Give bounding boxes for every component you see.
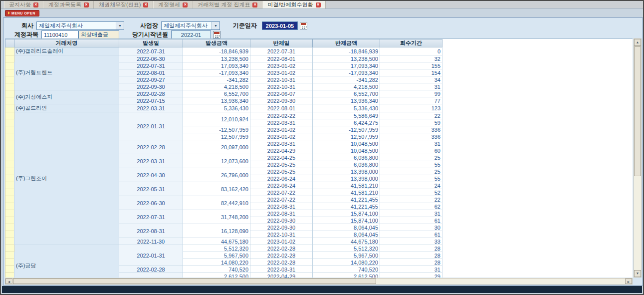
cell-collection-period[interactable]: 28 [380, 245, 442, 252]
scroll-down-icon[interactable]: ▼ [634, 270, 641, 277]
cell-settlement-date[interactable]: 2022-04-29 [250, 147, 313, 154]
cell-settlement-date[interactable]: 2023-01-02 [250, 238, 313, 245]
cell-occurrence-amount[interactable]: 740,520 [183, 266, 250, 273]
cell-settlement-date[interactable]: 2022-05-25 [250, 168, 313, 175]
cell-settlement-date[interactable]: 2022-08-31 [250, 210, 313, 217]
cell-occurrence-date[interactable]: 2022-06-30 [119, 55, 183, 62]
cell-collection-period[interactable]: 34 [380, 76, 442, 83]
row-selector[interactable] [5, 182, 14, 189]
cell-occurrence-amount[interactable]: 26,796,000 [183, 168, 250, 182]
row-selector[interactable] [5, 119, 14, 126]
cell-settlement-date[interactable]: 2022-10-31 [250, 83, 313, 90]
cell-settlement-date[interactable]: 2022-07-22 [250, 196, 313, 203]
cell-settlement-amount[interactable]: 8,064,045 [313, 231, 380, 238]
cell-customer-name[interactable]: (주)그린조이 [14, 112, 119, 245]
cell-collection-period[interactable]: 28 [380, 252, 442, 259]
tab-close-icon[interactable]: × [84, 2, 89, 7]
cell-occurrence-amount[interactable]: 4,218,500 [183, 83, 250, 90]
cell-settlement-date[interactable]: 2022-06-24 [250, 182, 313, 189]
row-selector[interactable] [5, 76, 14, 83]
cell-occurrence-date[interactable]: 2022-07-31 [119, 47, 183, 55]
row-selector[interactable] [5, 231, 14, 238]
cell-settlement-date[interactable]: 2023-01-02 [250, 62, 313, 69]
column-header[interactable]: 반제일 [250, 39, 313, 47]
chevron-down-icon[interactable]: ▼ [116, 22, 124, 29]
cell-collection-period[interactable]: 77 [380, 97, 442, 104]
row-selector[interactable] [5, 62, 14, 69]
horizontal-scrollbar[interactable]: ◄ ► [5, 278, 633, 285]
cell-collection-period[interactable]: 59 [380, 119, 442, 126]
cell-settlement-amount[interactable]: 6,424,275 [313, 119, 380, 126]
period-start-input[interactable]: 2022-01 [171, 30, 211, 39]
cell-occurrence-amount[interactable]: -17,093,340 [183, 69, 250, 76]
tab-5[interactable]: 미결/반제회수현황× [262, 1, 325, 8]
row-selector[interactable] [5, 83, 14, 90]
scroll-up-icon[interactable]: ▲ [634, 39, 641, 46]
row-selector[interactable] [5, 126, 14, 133]
vertical-scroll-thumb[interactable] [634, 46, 641, 176]
row-selector[interactable] [5, 104, 14, 112]
cell-occurrence-amount[interactable]: 82,442,910 [183, 196, 250, 210]
cell-settlement-amount[interactable]: 5,967,500 [313, 252, 380, 259]
cell-occurrence-date[interactable]: 2022-07-31 [119, 62, 183, 69]
cell-occurrence-amount[interactable]: 44,675,180 [183, 238, 250, 245]
cell-settlement-amount[interactable]: 740,520 [313, 266, 380, 273]
cell-occurrence-date[interactable]: 2022-01-31 [119, 245, 183, 266]
row-selector[interactable] [5, 210, 14, 217]
cell-collection-period[interactable]: 55 [380, 175, 442, 182]
cell-occurrence-date[interactable]: 2022-11-30 [119, 238, 183, 245]
cell-collection-period[interactable]: 31 [380, 210, 442, 217]
cell-collection-period[interactable]: 123 [380, 104, 442, 112]
cell-settlement-amount[interactable]: -341,282 [313, 76, 380, 83]
tab-close-icon[interactable]: × [183, 2, 188, 7]
cell-settlement-amount[interactable]: 6,036,800 [313, 154, 380, 161]
cell-settlement-date[interactable]: 2022-03-31 [250, 140, 313, 147]
cell-settlement-amount[interactable]: 8,064,045 [313, 224, 380, 231]
row-selector[interactable] [5, 252, 14, 259]
cell-collection-period[interactable]: 61 [380, 231, 442, 238]
cell-collection-period[interactable]: 32 [380, 55, 442, 62]
cell-occurrence-date[interactable]: 2022-01-31 [119, 112, 183, 140]
cell-collection-period[interactable]: 61 [380, 217, 442, 224]
cell-occurrence-date[interactable]: 2022-02-28 [119, 266, 183, 273]
cell-collection-period[interactable]: 62 [380, 203, 442, 210]
cell-occurrence-date[interactable]: 2022-04-30 [119, 168, 183, 182]
column-header[interactable]: 반제금액 [313, 39, 380, 47]
cell-customer-name[interactable]: (주)갤러리드솔레이 [14, 47, 119, 55]
cell-collection-period[interactable]: 22 [380, 112, 442, 119]
cell-occurrence-date[interactable]: 2022-09-30 [119, 83, 183, 90]
cell-collection-period[interactable]: 0 [380, 47, 442, 55]
row-selector[interactable] [5, 259, 14, 266]
cell-settlement-amount[interactable]: 13,238,500 [313, 55, 380, 62]
cell-collection-period[interactable]: 55 [380, 161, 442, 168]
cell-settlement-amount[interactable]: 10,048,500 [313, 140, 380, 147]
cell-collection-period[interactable]: 28 [380, 259, 442, 266]
cell-collection-period[interactable]: 30 [380, 224, 442, 231]
cell-collection-period[interactable]: 31 [380, 140, 442, 147]
cell-settlement-amount[interactable]: 17,093,340 [313, 62, 380, 69]
cell-settlement-date[interactable]: 2022-02-28 [250, 252, 313, 259]
cell-collection-period[interactable]: 154 [380, 69, 442, 76]
tab-0[interactable]: 공지사항× [4, 1, 43, 8]
cell-collection-period[interactable]: 336 [380, 133, 442, 140]
site-combobox[interactable]: 제일제지주식회사 ▼ [161, 21, 220, 30]
row-selector[interactable] [5, 147, 14, 154]
row-selector[interactable] [5, 47, 14, 55]
cell-occurrence-amount[interactable]: 13,238,500 [183, 55, 250, 62]
cell-occurrence-amount[interactable]: 5,512,320 [183, 245, 250, 252]
cell-settlement-amount[interactable]: 5,586,649 [313, 112, 380, 119]
cell-occurrence-date[interactable]: 2022-08-31 [119, 224, 183, 238]
cell-settlement-amount[interactable]: 14,080,220 [313, 259, 380, 266]
cell-settlement-amount[interactable]: 5,512,320 [313, 245, 380, 252]
cell-settlement-amount[interactable]: 41,581,210 [313, 189, 380, 196]
cell-collection-period[interactable]: 52 [380, 189, 442, 196]
tab-close-icon[interactable]: × [316, 2, 321, 7]
cell-settlement-date[interactable]: 2022-08-01 [250, 104, 313, 112]
cell-occurrence-date[interactable]: 2022-02-28 [119, 90, 183, 97]
cell-settlement-amount[interactable]: 6,552,700 [313, 90, 380, 97]
cell-collection-period[interactable]: 31 [380, 83, 442, 90]
tab-4[interactable]: 거래처별 계정 집계표× [193, 1, 262, 8]
tab-close-icon[interactable]: × [143, 2, 148, 7]
column-header[interactable]: 발생금액 [183, 39, 250, 47]
cell-occurrence-date[interactable]: 2022-02-28 [119, 140, 183, 154]
